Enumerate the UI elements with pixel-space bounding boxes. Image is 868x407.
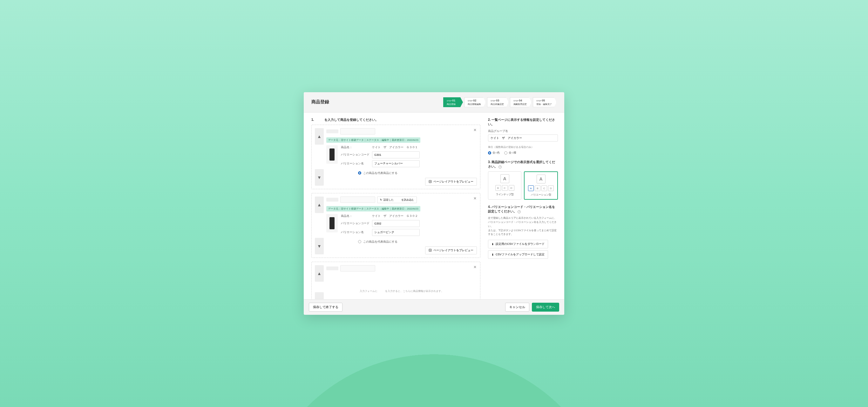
representative-radio[interactable]: この商品を代表商品にする bbox=[358, 171, 477, 175]
section-1-title: 1. を入力して商品を登録してください。 bbox=[311, 118, 480, 122]
help-icon[interactable]: ? bbox=[498, 165, 502, 169]
content: 1. を入力して商品を登録してください。 ▲ ▼ ✕ データ元：旧サイト移築デー… bbox=[304, 113, 564, 299]
save-next-button[interactable]: 保存して次へ bbox=[532, 303, 559, 312]
empty-message: 入力フォームに を入力すると、こちらに商品情報が表示されます。 bbox=[326, 273, 477, 299]
metadata-badge: データ元：旧サイト移築データ｜ステータス：編集中｜最終更新日：2022/6/23 bbox=[326, 137, 420, 143]
product-thumbnail bbox=[326, 145, 338, 164]
header: 商品登録 STEP 01商品登録 STEP 02商品情報編集 STEP 03商品… bbox=[304, 92, 564, 113]
close-icon[interactable]: ✕ bbox=[472, 265, 477, 270]
reorder-controls: ▲ ▼ bbox=[315, 265, 324, 299]
group-name-label: 商品グループ名 bbox=[488, 129, 558, 133]
download-icon: ⬇ bbox=[492, 242, 494, 246]
variation-name-input[interactable] bbox=[372, 160, 420, 167]
right-panel: 2. 一覧ページに表示する情報を設定してください。 商品グループ名 単位（複数商… bbox=[488, 113, 564, 299]
move-up-button[interactable]: ▲ bbox=[315, 128, 324, 145]
step-5[interactable]: STEP 05登録・編集完了 bbox=[533, 97, 557, 107]
step-wizard: STEP 01商品登録 STEP 02商品情報編集 STEP 03商品画像設定 … bbox=[443, 97, 557, 107]
move-down-button[interactable]: ▼ bbox=[315, 292, 324, 299]
footer: 保存して終了する キャンセル 保存して次へ bbox=[304, 299, 564, 315]
label-redacted bbox=[326, 266, 338, 270]
product-name: ケイト ザ アイカラー Ｇ３０２ bbox=[372, 214, 477, 218]
reload-icon: ↻ bbox=[380, 198, 382, 201]
preview-layout-button[interactable]: ページレイアウトをプレビュー bbox=[425, 246, 477, 254]
variation-name-input[interactable] bbox=[372, 229, 420, 236]
page-title: 商品登録 bbox=[311, 99, 329, 105]
reorder-controls: ▲ ▼ bbox=[315, 197, 324, 254]
close-icon[interactable]: ✕ bbox=[472, 127, 477, 133]
app-window: 商品登録 STEP 01商品登録 STEP 02商品情報編集 STEP 03商品… bbox=[304, 92, 564, 315]
step-2[interactable]: STEP 02商品情報編集 bbox=[464, 97, 486, 107]
step-3[interactable]: STEP 03商品画像設定 bbox=[487, 97, 509, 107]
help-icon[interactable]: ? bbox=[518, 210, 521, 213]
group-name-input[interactable] bbox=[488, 135, 558, 142]
code-input[interactable] bbox=[340, 128, 375, 135]
variation-code-input[interactable] bbox=[372, 220, 420, 227]
section-3-title: 3. 商品詳細ページでの表示形式を選択してください。? bbox=[488, 160, 558, 169]
reload-button[interactable]: ↻設定した を読み込む bbox=[377, 197, 417, 203]
unit-radio-type[interactable]: 全○種 bbox=[504, 151, 516, 155]
product-card: ▲ ▼ ✕ ↻設定した を読み込む データ元：旧サイト移築データ｜ステータス：編… bbox=[311, 193, 480, 258]
product-card: ▲ ▼ ✕ データ元：旧サイト移築データ｜ステータス：編集中｜最終更新日：202… bbox=[311, 125, 480, 189]
move-down-button[interactable]: ▼ bbox=[315, 238, 324, 254]
section-2-title: 2. 一覧ページに表示する情報を設定してください。 bbox=[488, 118, 558, 126]
unit-label: 単位（複数商品の登録がある場合のみ） bbox=[488, 145, 558, 149]
product-card-empty: ▲ ▼ ✕ 入力フォームに を入力すると、こちらに商品情報が表示されます。 bbox=[311, 262, 480, 299]
section-4-title: 4. バリエーションコード・バリエーション名を設定してください。? bbox=[488, 205, 558, 214]
product-name: ケイト ザ アイカラー Ｇ３０１ bbox=[372, 145, 477, 149]
preview-layout-button[interactable]: ページレイアウトをプレビュー bbox=[425, 178, 477, 186]
code-input[interactable] bbox=[340, 197, 375, 203]
label-redacted bbox=[326, 198, 338, 202]
upload-csv-button[interactable]: ⬇CSVファイルをアップロードして設定 bbox=[488, 250, 548, 259]
close-icon[interactable]: ✕ bbox=[472, 196, 477, 201]
step-4[interactable]: STEP 04掲載順序設定 bbox=[510, 97, 531, 107]
layout-lineup[interactable]: ABCD ラインナップ型 bbox=[488, 171, 521, 200]
product-thumbnail bbox=[326, 214, 338, 232]
save-exit-button[interactable]: 保存して終了する bbox=[309, 303, 342, 312]
variation-code-input[interactable] bbox=[372, 151, 420, 158]
left-panel: 1. を入力して商品を登録してください。 ▲ ▼ ✕ データ元：旧サイト移築デー… bbox=[304, 113, 488, 299]
section-4-desc: 左で登録した商品エリアに表示されている入力フォームに、バリエーションコード・バリ… bbox=[488, 216, 558, 237]
move-down-button[interactable]: ▼ bbox=[315, 169, 324, 186]
unit-radio-color[interactable]: 全○色 bbox=[488, 151, 500, 155]
label-redacted bbox=[326, 129, 338, 133]
upload-icon: ⬇ bbox=[492, 253, 494, 256]
preview-icon bbox=[429, 180, 432, 183]
preview-icon bbox=[429, 249, 432, 252]
metadata-badge: データ元：旧サイト移築データ｜ステータス：編集中｜最終更新日：2022/6/23 bbox=[326, 206, 420, 211]
step-1[interactable]: STEP 01商品登録 bbox=[443, 97, 463, 107]
cancel-button[interactable]: キャンセル bbox=[505, 303, 529, 312]
representative-radio[interactable]: この商品を代表商品にする bbox=[358, 240, 477, 244]
move-up-button[interactable]: ▲ bbox=[315, 197, 324, 213]
move-up-button[interactable]: ▲ bbox=[315, 265, 324, 282]
code-input[interactable] bbox=[340, 265, 375, 271]
layout-variation[interactable]: AABCD バリエーション型 bbox=[524, 171, 558, 200]
reorder-controls: ▲ ▼ bbox=[315, 128, 324, 186]
download-csv-button[interactable]: ⬇設定用のCSVファイルをダウンロード bbox=[488, 240, 548, 248]
